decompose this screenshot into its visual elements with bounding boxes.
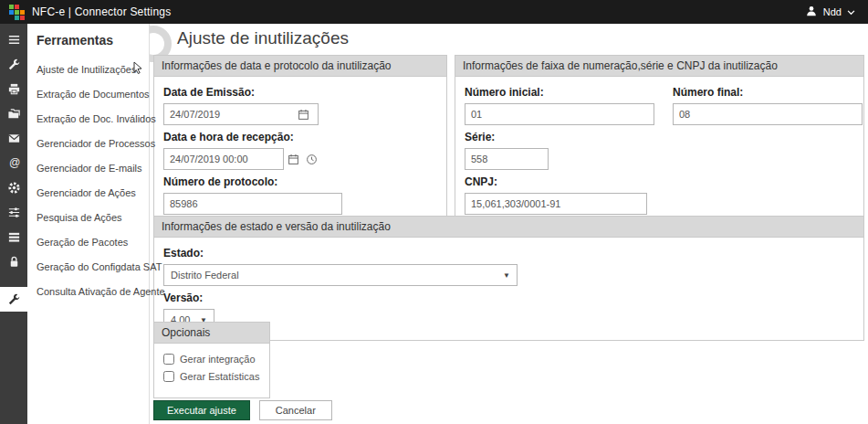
serie-input[interactable] (465, 148, 549, 170)
panel-estado-header: Informações de estado e versão da inutil… (154, 217, 863, 238)
chevron-down-icon (847, 6, 855, 17)
panel-data-header: Informações de data e protocolo da inuti… (154, 56, 446, 77)
email-icon[interactable] (0, 126, 27, 151)
panel-opcionais: Opcionais Gerar integração Gerar Estatís… (153, 322, 270, 398)
gerar-estatisticas-checkbox[interactable] (163, 371, 174, 382)
app-logo-icon (9, 5, 25, 20)
sidebar-title: Ferramentas (27, 24, 149, 57)
data-emissao-field (163, 103, 319, 125)
sidebar-ferramentas: Ferramentas Ajuste de Inutilizações Extr… (27, 24, 150, 424)
numero-protocolo-input[interactable] (163, 193, 342, 215)
sidebar-item-consulta-ativacao-agente[interactable]: Consulta Ativação de Agente (27, 279, 149, 303)
cursor-icon (132, 61, 143, 76)
printer-icon[interactable] (0, 77, 27, 101)
tools-active-icon[interactable] (0, 287, 27, 312)
panel-faixa-cnpj: Informações de faixa de numeração,série … (455, 55, 864, 225)
icon-rail: @ (0, 24, 27, 424)
calendar-icon[interactable] (294, 103, 312, 125)
page-title: Ajuste de inutilizações (177, 28, 349, 48)
sidebar-item-geracao-pacotes[interactable]: Geração de Pacotes (27, 229, 149, 254)
numero-protocolo-label: Número de protocolo: (163, 175, 437, 188)
estado-select[interactable]: Distrito Federal ▼ (163, 264, 518, 286)
gerar-estatisticas-option[interactable]: Gerar Estatísticas (163, 371, 260, 382)
documents-icon[interactable] (0, 101, 27, 126)
data-emissao-label: Data de Emissão: (163, 86, 437, 99)
menu-icon[interactable] (0, 27, 27, 52)
panel-opcionais-header: Opcionais (154, 323, 269, 344)
filters-sliders-icon[interactable] (0, 200, 27, 225)
panel-data-protocolo: Informações de data e protocolo da inuti… (153, 55, 447, 225)
sidebar-item-extracao-documentos[interactable]: Extração de Documentos (27, 81, 149, 106)
actions-bar: Executar ajuste Cancelar (153, 400, 332, 420)
data-recepcao-label: Data e hora de recepção: (163, 131, 437, 143)
main-content: Ajuste de inutilizações Informações de d… (150, 24, 868, 424)
sidebar-item-gerenciador-emails[interactable]: Gerenciador de E-mails (27, 155, 149, 180)
data-recepcao-input[interactable] (163, 148, 284, 170)
clock-icon[interactable] (302, 148, 320, 170)
at-icon[interactable]: @ (0, 151, 27, 175)
cnpj-label: CNPJ: (465, 175, 854, 188)
gerar-integracao-checkbox[interactable] (163, 354, 174, 365)
cnpj-input[interactable] (465, 193, 647, 215)
data-emissao-input[interactable] (170, 109, 294, 120)
calendar-icon[interactable] (284, 148, 302, 170)
sidebar-item-geracao-configdata-sat[interactable]: Geração do Configdata SAT (27, 254, 149, 279)
numero-final-label: Número final: (673, 86, 863, 99)
user-menu[interactable]: Ndd (805, 5, 859, 19)
dropdown-caret-icon: ▼ (503, 271, 510, 280)
user-name: Ndd (823, 6, 842, 17)
versao-label: Versão: (163, 292, 854, 304)
numero-inicial-label: Número inicial: (465, 86, 654, 99)
services-list-icon[interactable] (0, 225, 27, 249)
sidebar-item-gerenciador-processos[interactable]: Gerenciador de Processos (27, 131, 149, 155)
estado-select-value: Distrito Federal (171, 270, 239, 281)
user-icon (805, 5, 818, 19)
gerar-integracao-option[interactable]: Gerar integração (163, 354, 260, 365)
executar-ajuste-button[interactable]: Executar ajuste (153, 400, 250, 420)
sidebar-item-ajuste-inutilizacoes[interactable]: Ajuste de Inutilizações (27, 57, 149, 81)
numero-inicial-input[interactable] (465, 103, 654, 125)
numero-final-input[interactable] (673, 103, 863, 125)
app-title: NFC-e | Connector Settings (32, 5, 171, 18)
settings-gear-icon[interactable] (0, 175, 27, 200)
sidebar-item-gerenciador-acoes[interactable]: Gerenciador de Ações (27, 180, 149, 205)
app-window: NFC-e | Connector Settings Ndd @ (0, 0, 868, 424)
sidebar-item-extracao-doc-invalidos[interactable]: Extração de Doc. Inválidos (27, 106, 149, 131)
tools-icon[interactable] (0, 52, 27, 77)
estado-label: Estado: (163, 247, 854, 260)
panel-faixa-header: Informações de faixa de numeração,série … (455, 56, 863, 77)
svg-text:@: @ (8, 156, 19, 169)
topbar: NFC-e | Connector Settings Ndd (0, 0, 868, 24)
cancelar-button[interactable]: Cancelar (259, 400, 332, 420)
serie-label: Série: (465, 131, 854, 143)
security-lock-icon[interactable] (0, 249, 27, 274)
sidebar-item-pesquisa-acoes[interactable]: Pesquisa de Ações (27, 205, 149, 229)
